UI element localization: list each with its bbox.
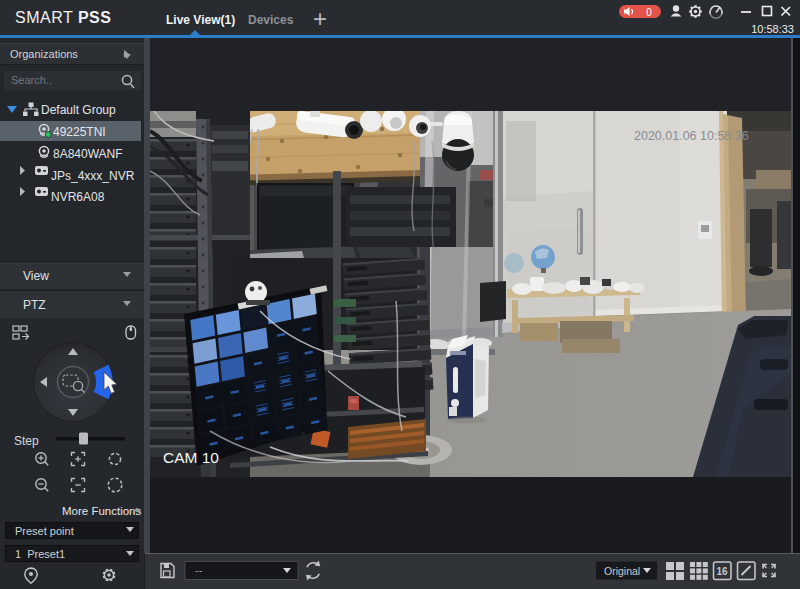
svg-text:CAM 10: CAM 10	[163, 449, 219, 466]
svg-text:16: 16	[716, 566, 728, 577]
svg-text:2020.01.06 10:58:36: 2020.01.06 10:58:36	[634, 129, 749, 143]
svg-text:Original: Original	[604, 565, 640, 577]
svg-text:--: --	[195, 564, 203, 576]
svg-text:0: 0	[646, 7, 652, 18]
